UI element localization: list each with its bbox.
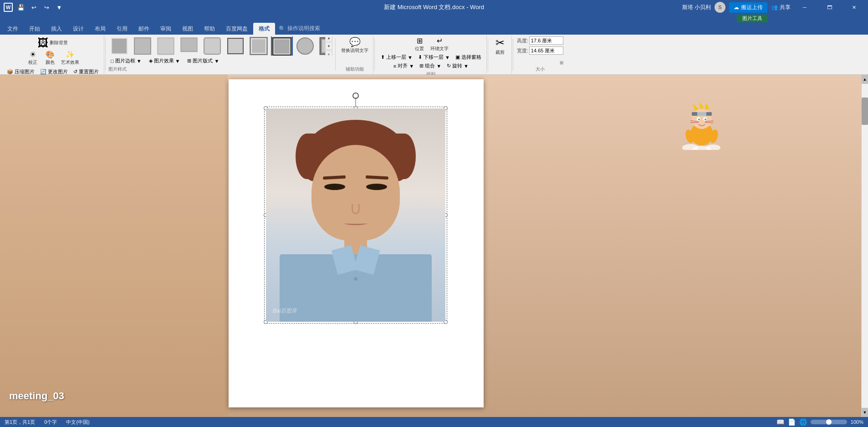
alt-text-button[interactable]: 💬 替换说明文字 xyxy=(339,36,370,55)
tab-file[interactable]: 文件 xyxy=(2,23,24,35)
svg-rect-14 xyxy=(274,39,290,54)
position-button[interactable]: ⊞ 位置 xyxy=(411,36,428,53)
word-page[interactable]: Bai百图库 xyxy=(229,79,484,407)
crop-button[interactable]: ✂ 裁剪 xyxy=(492,36,508,57)
send-back-button[interactable]: ⬇ 下移一层 ▼ xyxy=(416,53,452,62)
align-button[interactable]: ≡ 对齐 ▼ xyxy=(391,62,416,70)
size-expand-button[interactable]: ⊞ xyxy=(560,60,563,65)
read-view-button[interactable]: 📖 xyxy=(776,418,784,426)
picture-effect-button[interactable]: ◈ 图片效果 ▼ xyxy=(147,57,183,65)
minimize-button[interactable]: ─ xyxy=(794,0,815,15)
color-icon: 🎨 xyxy=(46,51,55,58)
style-item-1[interactable] xyxy=(108,36,130,56)
svg-rect-7 xyxy=(204,38,220,54)
arrange-buttons-row1: ⊞ 位置 ↵ 环绕文字 xyxy=(411,36,450,53)
share-button[interactable]: 👥 共享 xyxy=(771,4,791,11)
tab-view[interactable]: 视图 xyxy=(177,23,199,35)
close-button[interactable]: ✕ xyxy=(843,0,864,15)
tab-layout[interactable]: 布局 xyxy=(89,23,111,35)
style-item-3[interactable] xyxy=(155,36,177,56)
tab-home[interactable]: 开始 xyxy=(24,23,46,35)
zoom-slider[interactable] xyxy=(811,420,847,424)
svg-rect-9 xyxy=(228,39,243,53)
tab-insert[interactable]: 插入 xyxy=(46,23,67,35)
height-input[interactable] xyxy=(529,36,563,45)
tab-baidu[interactable]: 百度网盘 xyxy=(220,23,253,35)
style-gallery-scroll xyxy=(108,36,325,56)
svg-marker-28 xyxy=(700,102,704,109)
gallery-more-button[interactable]: ≡ xyxy=(325,51,332,56)
upload-icon: ☁ xyxy=(734,4,739,10)
group-button[interactable]: ⊞ 组合 ▼ xyxy=(417,62,444,70)
user-name: 斯塔 小贝利 xyxy=(682,4,711,11)
group-icon: ⊞ xyxy=(419,63,424,69)
title-bar: W 💾 ↩ ↪ ▼ 新建 Microsoft Word 文档.docx - Wo… xyxy=(0,0,868,15)
tab-review[interactable]: 审阅 xyxy=(155,23,177,35)
style-item-5[interactable] xyxy=(201,36,223,56)
position-icon: ⊞ xyxy=(417,37,423,45)
correct-button[interactable]: ☀ 校正 xyxy=(25,50,41,67)
save-button[interactable]: 💾 xyxy=(15,2,26,13)
color-button[interactable]: 🎨 颜色 xyxy=(42,50,58,67)
gallery-nav: ▲ ▼ ≡ xyxy=(325,36,332,56)
naruto-sticker[interactable] xyxy=(677,100,727,150)
picture-border-button[interactable]: □ 图片边框 ▼ xyxy=(108,57,144,65)
style-item-10[interactable] xyxy=(317,36,325,56)
gallery-up-button[interactable]: ▲ xyxy=(325,36,332,41)
art-effects-button[interactable]: ✨ 艺术效果 xyxy=(59,50,81,67)
tab-design[interactable]: 设计 xyxy=(67,23,89,35)
style-item-2[interactable] xyxy=(132,36,153,56)
wrap-text-button[interactable]: ↵ 环绕文字 xyxy=(429,36,450,53)
style-item-6[interactable] xyxy=(225,36,246,56)
svg-rect-17 xyxy=(322,40,325,52)
tab-reference[interactable]: 引用 xyxy=(111,23,133,35)
upload-button[interactable]: ☁ 搬运上传 xyxy=(729,2,767,13)
size-group-label: 大小 xyxy=(536,65,545,72)
style-item-8[interactable] xyxy=(271,36,293,56)
bring-forward-button[interactable]: ⬆ 上移一层 ▼ xyxy=(378,53,415,62)
page-view-button[interactable]: 📄 xyxy=(788,418,796,426)
style-item-7[interactable] xyxy=(248,36,270,56)
style-item-9[interactable] xyxy=(294,36,316,56)
restore-button[interactable]: 🗖 xyxy=(819,0,840,15)
scroll-down-button[interactable]: ▼ xyxy=(862,408,868,417)
web-view-button[interactable]: 🌐 xyxy=(799,418,807,426)
style-item-4[interactable] xyxy=(178,36,200,56)
user-avatar[interactable]: S xyxy=(715,2,725,13)
word-icon: W xyxy=(4,3,13,12)
size-expand-area: ⊞ xyxy=(517,60,563,65)
style-sub-buttons: □ 图片边框 ▼ ◈ 图片效果 ▼ ⊞ 图片版式 ▼ xyxy=(108,57,332,65)
art-effects-icon: ✨ xyxy=(66,51,75,58)
remove-bg-button[interactable]: 🖼 删除背景 xyxy=(36,36,70,49)
search-operations-area[interactable]: 🔍 操作说明搜索 xyxy=(275,22,324,35)
select-pane-button[interactable]: ▣ 选择窗格 xyxy=(453,53,484,62)
ribbon-content: 🖼 删除背景 ☀ 校正 🎨 颜色 ✨ 艺术效果 xyxy=(0,35,868,75)
tab-mailing[interactable]: 邮件 xyxy=(133,23,155,35)
scroll-thumb[interactable] xyxy=(862,98,868,125)
vertical-scrollbar[interactable]: ▲ ▼ xyxy=(861,75,868,417)
image-container[interactable]: Bai百图库 xyxy=(266,108,445,322)
compress-icon: 📦 xyxy=(7,69,13,75)
tab-format[interactable]: 格式 xyxy=(253,23,275,35)
rotation-handle-line xyxy=(356,98,356,107)
sep2 xyxy=(335,39,336,71)
undo-button[interactable]: ↩ xyxy=(28,2,39,13)
bring-forward-icon: ⬆ xyxy=(381,54,385,60)
left-margin xyxy=(0,75,228,417)
word-count: 0个字 xyxy=(44,419,57,426)
border-icon: □ xyxy=(111,58,114,64)
width-input-group: 宽度: xyxy=(517,46,563,55)
scroll-up-button[interactable]: ▲ xyxy=(862,75,868,84)
gallery-down-button[interactable]: ▼ xyxy=(325,42,332,50)
remove-bg-icon: 🖼 xyxy=(38,37,49,48)
zoom-thumb[interactable] xyxy=(826,419,832,425)
page-info: 第1页，共1页 xyxy=(5,419,35,426)
rotate-button[interactable]: ↻ 旋转 ▼ xyxy=(444,62,471,70)
tab-help[interactable]: 帮助 xyxy=(199,23,220,35)
customize-qa-button[interactable]: ▼ xyxy=(54,2,65,13)
width-input[interactable] xyxy=(529,46,563,55)
redo-button[interactable]: ↪ xyxy=(41,2,52,13)
svg-rect-12 xyxy=(252,39,266,53)
picture-layout-button[interactable]: ⊞ 图片版式 ▼ xyxy=(185,57,221,65)
crop-icon: ✂ xyxy=(495,37,505,48)
